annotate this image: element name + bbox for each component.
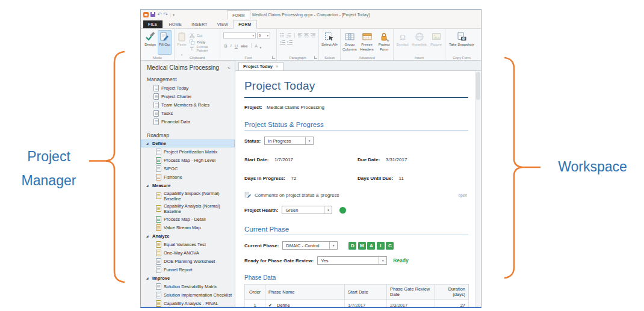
status-dropdown[interactable]: In Progress	[264, 137, 314, 145]
tree-item-equal-variances-test[interactable]: Equal Variances Test	[141, 240, 235, 248]
tree-phase-analyze[interactable]: Analyze	[141, 232, 235, 240]
form-icon	[153, 93, 159, 100]
dropdown-arrow-icon	[329, 242, 337, 249]
tree-item-solution-desirability-matrix[interactable]: Solution Desirability Matrix	[141, 282, 235, 291]
paste-button: Paste	[175, 30, 188, 58]
font-name-combo[interactable]	[223, 32, 256, 38]
tree-item-tasks[interactable]: Tasks	[141, 109, 235, 117]
increase-indent-icon	[287, 40, 293, 45]
tree-item-doe-planning-worksheet[interactable]: DOE Planning Worksheet	[141, 257, 235, 265]
capability-icon	[156, 192, 161, 199]
undo-icon[interactable]	[157, 12, 162, 17]
section-title-phase-data: Phase Data	[244, 274, 468, 281]
group-columns-icon	[344, 31, 355, 42]
tree-item-sipoc[interactable]: SIPOC	[141, 164, 235, 173]
design-button[interactable]: Design	[143, 30, 157, 55]
tree-item-solution-implementation-checklist[interactable]: Solution Implementation Checklist	[141, 291, 235, 299]
ribbon-group-select: Select All Select	[319, 29, 341, 60]
protect-form-button[interactable]: Protect Form	[376, 30, 392, 55]
annotation-project-manager-line1: Project	[8, 144, 89, 168]
tree-phase-measure[interactable]: Measure	[141, 182, 235, 189]
save-icon[interactable]	[150, 12, 155, 17]
open-comments-link[interactable]: open	[459, 193, 468, 197]
tree-item-project-prioritization-matrix[interactable]: Project Prioritization Matrix	[141, 147, 235, 156]
qat-customize-icon[interactable]	[173, 13, 175, 17]
ribbon-group-mode: Design Fill Out Mode	[141, 29, 175, 60]
fill-out-button[interactable]: Fill Out	[158, 30, 172, 55]
badge-control: C	[386, 242, 394, 250]
current-phase-dropdown[interactable]: DMAIC - Control	[282, 241, 338, 250]
form-icon	[153, 102, 159, 108]
fill-out-icon	[159, 31, 170, 42]
copy-icon	[189, 39, 195, 45]
redo-icon[interactable]	[164, 12, 169, 17]
capability-icon	[156, 250, 161, 256]
vertical-scrollbar[interactable]	[475, 71, 481, 307]
hyperlink-button: Hyperlink	[411, 30, 428, 55]
font-color-arrow-icon	[259, 40, 261, 51]
tree-item-one-way-anova[interactable]: One-Way ANOVA	[141, 248, 235, 257]
font-size-combo[interactable]: 9	[257, 32, 270, 38]
form-icon	[156, 165, 161, 172]
tree-item-process-map-high-level[interactable]: Process Map - High Level	[141, 156, 235, 164]
tree-item-project-today[interactable]: Project Today	[141, 84, 235, 92]
tree-item-capability-analysis-baseline[interactable]: Capability Analysis (Normal) Baseline	[141, 202, 235, 215]
tree-expand-icon[interactable]	[146, 142, 150, 145]
tree-item-financial-data[interactable]: Financial Data	[141, 117, 235, 126]
fishbone-icon	[156, 174, 161, 180]
take-snapshot-button[interactable]: Take Snapshot	[448, 30, 475, 55]
tree-expand-icon[interactable]	[146, 184, 150, 187]
section-management: Management	[147, 76, 235, 82]
group-label-mode: Mode	[141, 56, 174, 60]
tree-item-capability-sixpack-baseline[interactable]: Capability Sixpack (Normal) Baseline	[141, 189, 235, 202]
title-divider	[244, 97, 468, 98]
tree-item-project-charter[interactable]: Project Charter	[141, 92, 235, 100]
group-columns-button[interactable]: Group Columns	[341, 30, 358, 55]
sidebar-collapse-icon[interactable]: <	[228, 65, 231, 70]
group-label-paragraph: Paragraph	[277, 56, 318, 60]
tree-expand-icon[interactable]	[146, 277, 150, 280]
project-health-dropdown[interactable]: Green	[282, 206, 332, 214]
ready-status: Ready	[393, 257, 409, 263]
tree-item-value-stream-map[interactable]: Value Stream Map	[141, 223, 235, 232]
qat-separator: |	[170, 13, 171, 17]
tree-item-capability-analysis-final[interactable]: Capability Analysis - FINAL	[141, 299, 235, 307]
tree-item-fishbone[interactable]: Fishbone	[141, 173, 235, 181]
tab-form[interactable]: FORM	[233, 20, 256, 29]
doc-tab-project-today[interactable]: Project Today ×	[238, 62, 283, 70]
capability-icon	[156, 241, 161, 248]
form-icon	[153, 119, 159, 125]
numbered-list-icon	[286, 32, 291, 38]
days-row: Days in Progress: 72 Days Until Due: 11	[244, 171, 468, 182]
ribbon-group-paragraph: Paragraph	[277, 29, 319, 60]
screenshot-canvas: Project Manager Workspace | FORM Medical…	[0, 0, 644, 311]
ready-dropdown[interactable]: Yes	[317, 256, 387, 265]
project-field: Project: Medical Claims Processing	[244, 105, 468, 110]
copy-button[interactable]: Copy	[189, 38, 219, 45]
form-icon	[156, 266, 161, 273]
tab-file[interactable]: FILE	[143, 20, 163, 28]
tab-insert[interactable]: INSERT	[187, 20, 212, 28]
tree-phase-define[interactable]: Define	[141, 140, 235, 147]
tab-view[interactable]: VIEW	[212, 20, 234, 28]
form-icon	[156, 149, 161, 155]
ready-row: Ready for Phase Gate Review: Yes Ready	[244, 256, 468, 265]
app-icon[interactable]	[143, 12, 149, 17]
tree-item-process-map-detail[interactable]: Process Map - Detail	[141, 215, 235, 223]
select-all-button[interactable]: Select All	[320, 30, 339, 55]
ribbon-group-font: 9 B I U abc A Font	[220, 29, 277, 60]
protect-form-icon	[379, 31, 389, 42]
check-icon[interactable]: ✔	[268, 303, 277, 307]
tree-item-funnel-report[interactable]: Funnel Report	[141, 265, 235, 274]
tree-expand-icon[interactable]	[146, 235, 150, 238]
close-icon[interactable]: ×	[276, 64, 279, 69]
tab-home[interactable]: HOME	[164, 20, 187, 28]
dropdown-arrow-icon	[305, 137, 313, 144]
badge-analyze: A	[367, 242, 375, 250]
dropdown-arrow-icon	[324, 206, 332, 214]
quick-access-toolbar: |	[141, 12, 175, 17]
tree-phase-improve[interactable]: Improve	[141, 274, 235, 282]
svg-text:Ω: Ω	[400, 32, 406, 42]
tree-item-team-members-roles[interactable]: Team Members & Roles	[141, 100, 235, 109]
freeze-headers-button[interactable]: Freeze Headers	[359, 30, 376, 55]
